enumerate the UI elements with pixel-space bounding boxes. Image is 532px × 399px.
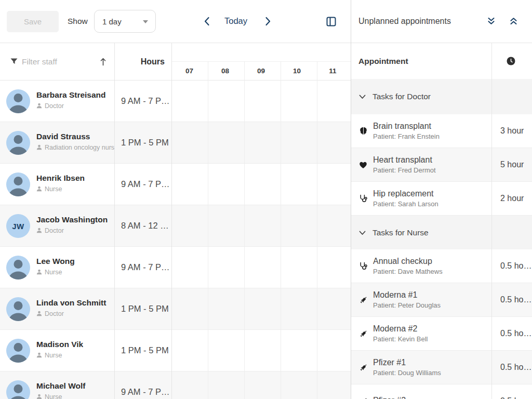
person-icon xyxy=(36,268,42,277)
person-icon xyxy=(36,351,42,360)
unplanned-task-row[interactable]: Pfizer #2 0.5 ho… xyxy=(351,384,532,399)
calendar-view-button[interactable] xyxy=(326,17,336,26)
task-patient: Patient: Frank Enstein xyxy=(373,132,440,140)
person-icon xyxy=(36,309,42,318)
task-group-header[interactable]: Tasks for Doctor xyxy=(351,79,532,114)
schedule-grid-row[interactable] xyxy=(171,164,351,205)
staff-row[interactable]: Lee Wong Nurse 9 AM - 7 P… xyxy=(0,247,171,288)
avatar-photo xyxy=(6,89,30,113)
unplanned-task-row[interactable]: Annual checkup Patient: Dave Mathews 0.5… xyxy=(351,249,532,283)
avatar-photo xyxy=(6,380,30,399)
hour-label: 08 xyxy=(207,62,243,80)
unplanned-task-list: Tasks for Doctor Brain transplant Patien… xyxy=(351,79,532,399)
task-title: Heart transplant xyxy=(373,155,436,165)
unplanned-panel-title: Unplanned appointments xyxy=(358,17,451,26)
unplanned-task-row[interactable]: Heart transplant Patient: Fred Dermot 5 … xyxy=(351,148,532,182)
schedule-grid xyxy=(171,81,351,399)
syringe-icon xyxy=(359,296,368,304)
avatar-photo xyxy=(6,297,30,321)
toolbar: Save Show 1 day Today xyxy=(0,0,351,43)
hour-label: 07 xyxy=(171,62,207,80)
task-patient: Patient: Sarah Larson xyxy=(373,200,438,208)
schedule-grid-row[interactable] xyxy=(171,288,351,330)
brain-icon xyxy=(359,127,368,135)
interval-select[interactable]: 1 day xyxy=(94,10,156,33)
staff-role: Nurse xyxy=(45,269,62,276)
avatar-photo xyxy=(6,256,30,280)
task-duration: 3 hour xyxy=(491,114,532,148)
double-chevron-down-icon xyxy=(487,19,496,27)
schedule-grid-row[interactable] xyxy=(171,122,351,164)
stethoscope-icon xyxy=(359,194,368,203)
syringe-icon xyxy=(359,363,368,372)
unplanned-task-row[interactable]: Brain transplant Patient: Frank Enstein … xyxy=(351,114,532,148)
expand-all-button[interactable] xyxy=(487,17,496,25)
task-title: Moderna #2 xyxy=(373,324,428,334)
staff-role: Doctor xyxy=(45,227,64,234)
collapse-all-button[interactable] xyxy=(509,17,518,25)
unplanned-appointments-panel: Unplanned appointments Appointment Tasks… xyxy=(351,0,532,399)
staff-row[interactable]: Michael Wolf Nurse 9 AM - 7 P… xyxy=(0,371,171,399)
staff-name: Madison Vik xyxy=(36,340,114,349)
grid-column-line xyxy=(208,61,208,399)
schedule-grid-row[interactable] xyxy=(171,247,351,288)
task-title: Moderna #1 xyxy=(373,290,441,300)
hour-label: 11 xyxy=(315,62,351,80)
appointment-column-header-row: Appointment xyxy=(351,43,532,79)
staff-role: Nurse xyxy=(45,352,62,359)
staff-hours: 9 AM - 7 P… xyxy=(114,247,171,288)
staff-hours: 9 AM - 7 P… xyxy=(114,81,171,122)
today-button[interactable]: Today xyxy=(224,16,247,26)
filter-staff-input[interactable] xyxy=(22,56,97,68)
task-duration: 0.5 ho… xyxy=(491,283,532,316)
hour-label: 09 xyxy=(243,62,279,80)
task-title: Pfizer #2 xyxy=(373,396,406,399)
staff-hours: 1 PM - 5 PM xyxy=(114,122,171,163)
task-title: Pfizer #1 xyxy=(373,358,441,367)
next-day-button[interactable] xyxy=(265,17,271,26)
staff-row[interactable]: David Strauss Radiation oncology nurse 1… xyxy=(0,122,171,164)
chevron-down-icon xyxy=(359,228,366,237)
staff-row[interactable]: Barbara Streisand Doctor 9 AM - 7 P… xyxy=(0,81,171,122)
staff-role: Nurse xyxy=(45,393,62,399)
task-duration: 2 hour xyxy=(491,182,532,215)
syringe-icon xyxy=(359,397,368,399)
task-group-header[interactable]: Tasks for Nurse xyxy=(351,216,532,249)
chevron-down-icon xyxy=(359,92,366,101)
task-duration: 5 hour xyxy=(491,148,532,181)
staff-row[interactable]: Madison Vik Nurse 1 PM - 5 PM xyxy=(0,330,171,371)
staff-grid-divider xyxy=(171,43,172,399)
staff-hours: 8 AM - 12 … xyxy=(114,205,171,246)
staff-role: Doctor xyxy=(45,310,64,317)
unplanned-task-row[interactable]: Moderna #1 Patient: Peter Douglas 0.5 ho… xyxy=(351,283,532,317)
staff-name: Linda von Schmitt xyxy=(36,298,114,308)
syringe-icon xyxy=(359,329,368,338)
task-patient: Patient: Fred Dermot xyxy=(373,166,436,174)
task-title: Brain transplant xyxy=(373,122,440,131)
unplanned-task-row[interactable]: Moderna #2 Patient: Kevin Bell 0.5 ho… xyxy=(351,317,532,351)
staff-row[interactable]: JW Jacob Washington Doctor 8 AM - 12 … xyxy=(0,205,171,247)
avatar-initials: JW xyxy=(6,214,30,238)
schedule-grid-row[interactable] xyxy=(171,205,351,247)
person-icon xyxy=(36,101,42,111)
schedule-grid-row[interactable] xyxy=(171,330,351,371)
schedule-grid-row[interactable] xyxy=(171,81,351,122)
task-duration: 0.5 ho… xyxy=(491,249,532,283)
task-group-label: Tasks for Nurse xyxy=(373,228,429,237)
staff-hours: 1 PM - 5 PM xyxy=(114,330,171,371)
chevron-left-icon xyxy=(204,20,210,28)
grid-column-line xyxy=(317,61,317,399)
sort-ascending-button[interactable] xyxy=(100,58,107,66)
staff-name: Lee Wong xyxy=(36,257,114,266)
unplanned-task-row[interactable]: Pfizer #1 Patient: Doug Williams 0.5 ho… xyxy=(351,351,532,384)
person-icon xyxy=(36,226,42,235)
save-button[interactable]: Save xyxy=(7,11,59,32)
prev-day-button[interactable] xyxy=(204,17,210,26)
staff-row[interactable]: Henrik Ibsen Nurse 9 AM - 7 P… xyxy=(0,164,171,205)
unplanned-task-row[interactable]: Hip replacement Patient: Sarah Larson 2 … xyxy=(351,182,532,216)
staff-row[interactable]: Linda von Schmitt Doctor 1 PM - 5 PM xyxy=(0,288,171,330)
chevron-right-icon xyxy=(265,20,271,28)
schedule-grid-row[interactable] xyxy=(171,371,351,399)
avatar-photo xyxy=(6,339,30,363)
task-duration: 0.5 ho… xyxy=(491,351,532,384)
